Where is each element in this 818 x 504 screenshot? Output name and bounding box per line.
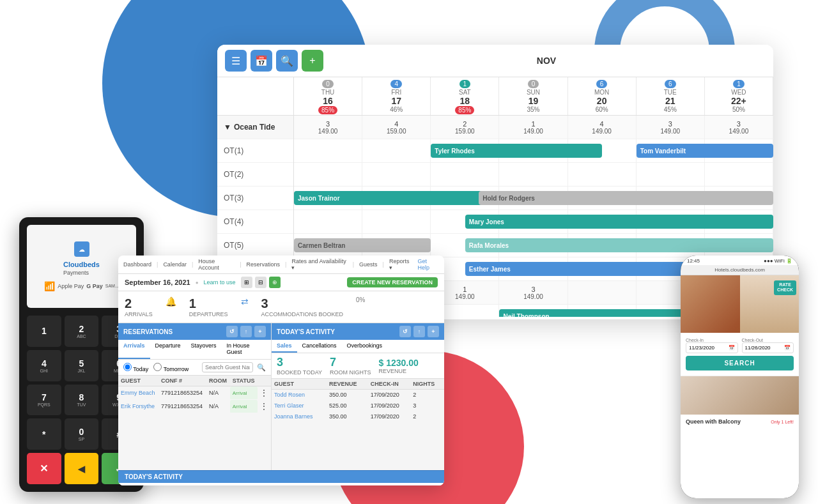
cell-ot1-col1 xyxy=(294,139,362,162)
new-reservation-button[interactable]: CREATE NEW RESERVATION xyxy=(347,277,438,287)
day-col-tue21: 6 TUE 21 45% xyxy=(637,77,705,115)
key-1[interactable]: 1 xyxy=(27,316,61,347)
room-nights-count: 7 xyxy=(330,356,371,369)
col-status: STATUS xyxy=(230,376,258,386)
key-5[interactable]: 5JKL xyxy=(65,350,99,381)
nav-guests[interactable]: Guests xyxy=(359,261,378,268)
rate-check-button[interactable]: RATECHECK xyxy=(774,280,796,295)
act-col-checkin: CHECK-IN xyxy=(368,379,411,390)
month-title: NOV xyxy=(327,56,766,66)
checkout-input[interactable]: 11/26/2020 📅 xyxy=(742,342,794,353)
act-icon-2[interactable]: ↑ xyxy=(413,326,425,337)
dashboard-stats: 2 ARRIVALS 🔔 1 DEPARTURES ⇄ 3 ACCOMMODAT… xyxy=(118,291,444,323)
tab-stayovers[interactable]: Stayovers xyxy=(186,340,222,359)
nav-reservations[interactable]: Reservations xyxy=(247,261,281,268)
activity-tabs: Sales Cancellations Overbookings xyxy=(272,340,444,353)
row-actions[interactable]: ⋮ xyxy=(258,400,271,413)
key-7[interactable]: 7PQRS xyxy=(27,385,61,416)
search-button[interactable]: SEARCH xyxy=(686,356,794,370)
act-icon-3[interactable]: + xyxy=(428,326,439,337)
stat-arrivals: 2 ARRIVALS xyxy=(125,296,153,317)
key-star[interactable]: * xyxy=(27,418,61,450)
room-image xyxy=(681,376,799,415)
add-button[interactable]: + xyxy=(302,50,323,72)
search-button[interactable]: 🔍 xyxy=(276,50,298,72)
arrival-status: Arrival xyxy=(230,400,258,413)
nav-reports[interactable]: Reports ▾ xyxy=(389,258,413,271)
learn-link[interactable]: Learn to use xyxy=(204,279,236,286)
row-actions[interactable]: ⋮ xyxy=(258,386,271,400)
key-0[interactable]: 0SP xyxy=(65,418,99,450)
nav-calendar[interactable]: Calendar xyxy=(163,261,187,268)
day-num-sat18: 18 xyxy=(460,96,470,106)
get-help-link[interactable]: Get Help xyxy=(418,258,439,271)
phone-signal: ●●● WiFi 🔋 xyxy=(764,258,792,264)
act-revenue: 525.00 xyxy=(327,401,368,411)
tab-departure[interactable]: Departure xyxy=(150,340,186,359)
radio-today[interactable]: Today xyxy=(123,363,148,372)
pct-sun19: 35% xyxy=(527,106,539,113)
act-guest[interactable]: Terri Glaser xyxy=(272,401,327,411)
reservations-header: RESERVATIONS ↺ ↑ + xyxy=(118,323,271,340)
icon-btn-3[interactable]: ⊕ xyxy=(269,277,281,288)
tab-arrivals[interactable]: Arrivals xyxy=(118,340,150,359)
booking-hold-rodgers[interactable]: Hold for Rodgers xyxy=(479,191,773,205)
activity-table: GUEST REVENUE CHECK-IN NIGHTS Todd Rosen… xyxy=(272,379,444,422)
cell-section-wed22: 3149.00 xyxy=(705,116,773,139)
booking-rafa-morales[interactable]: Rafa Morales xyxy=(465,238,773,252)
key-2[interactable]: 2ABC xyxy=(65,316,99,347)
booking-jason-trainor[interactable]: Jason Trainor xyxy=(294,191,499,205)
act-guest[interactable]: Todd Rosen xyxy=(272,390,327,401)
res-icon-3[interactable]: + xyxy=(254,326,266,337)
departures-count: 1 xyxy=(189,296,228,311)
key-8[interactable]: 8TUV xyxy=(65,385,99,416)
revenue-label: REVENUE xyxy=(379,368,419,374)
dashboard-date-bar: September 16, 2021 ● Learn to use ⊞ ⊟ ⊕ … xyxy=(118,274,444,291)
dashboard-icons: ⊞ ⊟ ⊕ xyxy=(241,277,281,288)
booking-tom-vanderbilt[interactable]: Tom Vanderbilt xyxy=(637,144,773,158)
live-indicator: ● xyxy=(196,280,199,286)
form-dates-row: Check-In 11/23/2020 📅 Check-Out 11/26/20… xyxy=(686,338,794,353)
day-num-thu16: 16 xyxy=(323,96,333,106)
col-guest: GUEST xyxy=(118,376,158,386)
icon-btn-1[interactable]: ⊞ xyxy=(241,277,252,288)
booking-mary-jones[interactable]: Mary Jones xyxy=(465,215,773,229)
act-icon-1[interactable]: ↺ xyxy=(399,326,411,337)
tab-sales[interactable]: Sales xyxy=(272,340,297,353)
tab-overbookings[interactable]: Overbookings xyxy=(342,340,388,353)
day-name-tue21: TUE xyxy=(664,89,677,96)
pos-logo: ☁ Cloudbeds Payments xyxy=(63,241,100,275)
collapse-icon[interactable]: ▼ xyxy=(224,116,231,139)
act-guest[interactable]: Joanna Barnes xyxy=(272,411,327,422)
nav-dashboard[interactable]: Dashboard xyxy=(123,261,151,268)
guest-name[interactable]: Emmy Beach xyxy=(118,386,158,400)
booking-tyler-rhodes[interactable]: Tyler Rhodes xyxy=(431,144,602,158)
menu-button[interactable]: ☰ xyxy=(225,50,247,72)
departures-arrow[interactable]: ⇄ xyxy=(241,296,249,317)
booking-carmen-beltran[interactable]: Carmen Beltran xyxy=(294,238,431,252)
table-row: Todd Rosen 350.00 17/09/2020 2 xyxy=(272,390,444,401)
key-cancel[interactable]: ✕ xyxy=(27,453,61,484)
icon-btn-2[interactable]: ⊟ xyxy=(255,277,266,288)
radio-tomorrow[interactable]: Tomorrow xyxy=(153,363,189,372)
arrivals-count: 2 xyxy=(125,296,153,311)
day-num-tue21: 21 xyxy=(665,96,675,106)
nav-house-account[interactable]: House Account xyxy=(198,258,235,271)
revenue-stat: $ 1230.00 REVENUE xyxy=(379,358,419,374)
guest-name[interactable]: Erik Forsythe xyxy=(118,400,158,413)
guest-search-input[interactable] xyxy=(202,362,253,372)
res-icon-1[interactable]: ↺ xyxy=(226,326,238,337)
bell-icon[interactable]: 🔔 xyxy=(166,296,176,317)
pct-sat18: 85% xyxy=(455,106,474,114)
key-backspace[interactable]: ◀ xyxy=(65,453,99,484)
table-row: Joanna Barnes 350.00 17/09/2020 2 xyxy=(272,411,444,422)
tab-inhouse[interactable]: In House Guest xyxy=(222,340,271,359)
room-row-ot5: Carmen Beltran Rafa Morales xyxy=(294,234,773,257)
samsung-label: SAM... xyxy=(105,284,119,288)
res-icon-2[interactable]: ↑ xyxy=(240,326,252,337)
tab-cancellations[interactable]: Cancellations xyxy=(297,340,342,353)
nav-rates[interactable]: Rates and Availability ▾ xyxy=(291,258,347,271)
checkin-input[interactable]: 11/23/2020 📅 xyxy=(686,342,738,353)
calendar-button[interactable]: 📅 xyxy=(251,50,272,72)
key-4[interactable]: 4GHI xyxy=(27,350,61,381)
